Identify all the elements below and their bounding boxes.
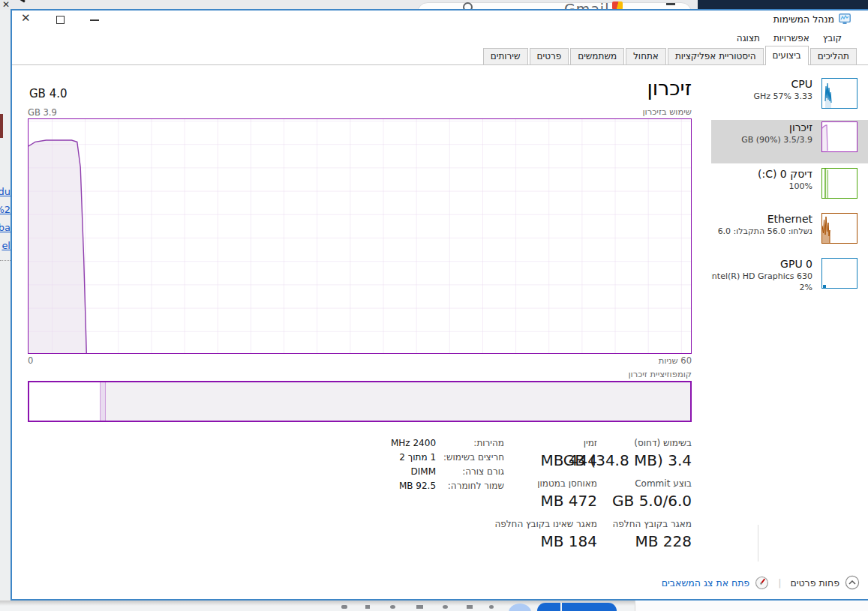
background-panel (635, 601, 868, 611)
cpu-minichart (821, 78, 857, 109)
stat-label: בשימוש (דחוס) (597, 438, 692, 451)
footer-separator: | (778, 577, 781, 589)
background-browser-bottom (0, 601, 868, 611)
stat-label: מאוחסן במטמון (504, 478, 597, 492)
x-right-label: 60 שניות (659, 355, 692, 366)
page-title: זיכרון (647, 76, 692, 100)
dotted-divider (0, 260, 11, 261)
segment-free (29, 382, 100, 421)
close-fragment-icon: ✕ (2, 0, 10, 10)
background-page-left-edge: du %2 ba el (0, 10, 11, 601)
open-resource-monitor-link[interactable]: פתח את צג המשאבים (662, 577, 749, 589)
stat-value: 5.0/6.0 GB (597, 492, 692, 514)
ethernet-minichart (821, 213, 857, 244)
sidebar-gpu-title: GPU 0 (711, 257, 812, 271)
tabstrip: תהליכים ביצועים היסטוריית אפליקציות אתחו… (12, 46, 868, 65)
stat-label: זמין (504, 438, 597, 451)
maximize-icon[interactable] (56, 16, 65, 24)
disk-minichart (821, 168, 857, 199)
menu-view[interactable]: תצוגה (737, 33, 760, 43)
minimize-icon[interactable] (90, 19, 99, 21)
sidebar-ethernet-title: Ethernet (711, 212, 812, 226)
sidebar-disk-title: דיסק 0 (C:) (711, 167, 812, 181)
background-button (537, 603, 617, 611)
sidebar-item-disk[interactable]: דיסק 0 (C:) 100% (711, 166, 868, 208)
close-icon[interactable]: ✕ (21, 11, 31, 25)
stat-label: בוצע Commit (597, 478, 692, 492)
sidebar-gpu-usage: 2% (711, 282, 812, 293)
x-left-label: 0 (28, 355, 33, 366)
memory-minichart (821, 121, 857, 152)
stat-value: 444 MB (504, 451, 597, 474)
menu-options[interactable]: אפשרויות (773, 33, 809, 43)
sidebar-gpu-subtitle: Intel(R) HD Graphics 630 (711, 271, 812, 282)
memory-stats: בשימוש (דחוס) 3.4 GB (34.8 MB) בוצע Comm… (388, 438, 692, 559)
sidebar-item-ethernet[interactable]: Ethernet נשלחו: 56.0 התקבלו: 6.0 (711, 211, 868, 253)
footer-divider-tick (758, 525, 758, 562)
task-manager-window: ✕ מנהל המשימות קובץ אפשרויות תצוגה תהליכ… (11, 9, 868, 601)
menu-file[interactable]: קובץ (823, 33, 842, 43)
background-image-fragment (0, 114, 3, 138)
gpu-minichart (821, 258, 857, 289)
less-details-button[interactable]: פחות פרטים (790, 577, 839, 589)
link-fragment[interactable]: ba (0, 222, 11, 233)
titlebar: מנהל המשימות (773, 13, 851, 25)
stat-value: 184 MB (504, 532, 597, 555)
tab-app-history[interactable]: היסטוריית אפליקציות (668, 48, 764, 64)
tab-services[interactable]: שירותים (483, 48, 528, 64)
resource-monitor-icon[interactable] (755, 576, 769, 590)
total-memory: 4.0 GB (29, 87, 68, 100)
sidebar-item-cpu[interactable]: CPU 3.33 GHz 57% (711, 76, 868, 118)
stat-value: 3.4 GB (34.8 MB) (597, 451, 692, 474)
chevron-up-icon[interactable] (845, 575, 860, 590)
tab-startup[interactable]: אתחול (626, 48, 666, 64)
chart-caption: שימוש בזיכרון (642, 106, 692, 117)
sidebar-cpu-title: CPU (711, 77, 812, 91)
menubar: קובץ אפשרויות תצוגה (737, 33, 842, 43)
y-max-label: 3.9 GB (28, 107, 57, 118)
link-fragment[interactable]: %2 (0, 204, 11, 215)
stat-label: מאגר בקובץ החלפה (597, 519, 692, 532)
link-fragment[interactable]: el (2, 240, 11, 251)
tab-performance[interactable]: ביצועים (765, 46, 809, 65)
screen: Gmail ✕ du %2 ba el ✕ (0, 0, 868, 611)
memory-composition-bar (28, 381, 692, 422)
link-fragment[interactable]: du (0, 186, 11, 197)
footer-bar: פחות פרטים | פתח את צג המשאבים (12, 573, 860, 592)
sidebar-item-memory[interactable]: זיכרון 3.5/3.9 GB (90%) (711, 120, 868, 163)
tab-details[interactable]: פרטים (530, 48, 569, 64)
tab-users[interactable]: משתמשים (570, 48, 624, 64)
sidebar-disk-subtitle: 100% (711, 181, 812, 192)
sidebar-memory-title: זיכרון (711, 121, 812, 134)
background-avatar (509, 604, 531, 611)
segment-in-use (106, 382, 690, 421)
sidebar-item-gpu[interactable]: GPU 0 Intel(R) HD Graphics 630 2% (711, 256, 868, 298)
stat-label: מאגר שאינו בקובץ החלפה (504, 519, 597, 532)
x-axis-labels: 60 שניות 0 (28, 355, 692, 366)
memory-usage-chart (28, 118, 692, 354)
memory-details-table: מהירות: 2400 MHz חריצים בשימוש: 1 מתוך 2… (391, 438, 504, 491)
sidebar-ethernet-subtitle: נשלחו: 56.0 התקבלו: 6.0 (711, 226, 812, 237)
sidebar-cpu-subtitle: 3.33 GHz 57% (711, 91, 812, 102)
segment-modified (100, 382, 106, 421)
sidebar-memory-subtitle: 3.5/3.9 GB (90%) (711, 134, 812, 145)
stat-value: 472 MB (504, 492, 597, 514)
minimize-fragment-icon (666, 3, 675, 5)
app-icon (839, 13, 851, 25)
resize-cursor-icon (15, 0, 27, 3)
window-title: מנהל המשימות (773, 13, 834, 25)
stat-value: 228 MB (597, 532, 692, 555)
composition-caption: קומפוזיציית זיכרון (628, 369, 692, 379)
tab-processes[interactable]: תהליכים (810, 48, 857, 64)
